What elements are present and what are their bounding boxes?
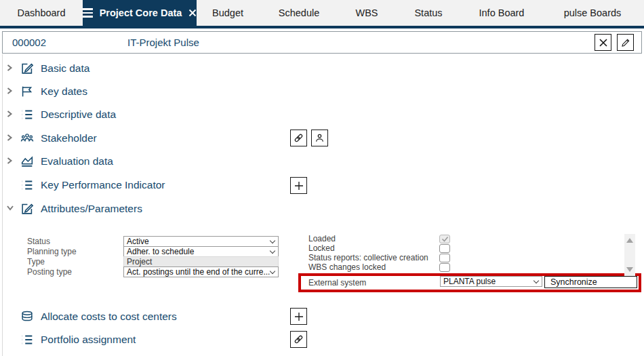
loaded-checkbox xyxy=(439,235,450,243)
project-id: 000002 xyxy=(12,32,46,53)
list-icon xyxy=(20,107,35,122)
chevron-down-icon xyxy=(270,238,275,243)
tab-label: Schedule xyxy=(279,7,319,18)
chevron-right-icon[interactable] xyxy=(5,63,14,73)
close-icon[interactable] xyxy=(188,9,197,17)
list-icon xyxy=(20,178,35,193)
tab-info-board[interactable]: Info Board xyxy=(462,0,541,26)
add-cost-center-button[interactable] xyxy=(290,308,307,325)
checkbox-label-loaded: Loaded xyxy=(308,234,336,243)
chevron-down-icon xyxy=(270,269,275,274)
status-select[interactable]: Active xyxy=(123,236,279,247)
section-key-dates[interactable]: Key dates xyxy=(0,83,291,100)
add-stakeholder-person-button[interactable] xyxy=(311,130,328,146)
planta-project-window: Dashboard Project Core Data Budget Sched… xyxy=(0,0,644,356)
active-tab-underline xyxy=(0,26,644,28)
section-allocate-costs[interactable]: Allocate costs to cost centers xyxy=(0,309,291,325)
tab-label: Budget xyxy=(212,7,243,18)
field-label-posting-type: Posting type xyxy=(27,267,72,277)
posting-type-select[interactable]: Act. postings until the end of the curre… xyxy=(123,266,279,277)
field-label-external-system: External system xyxy=(308,278,366,288)
tab-wbs[interactable]: WBS xyxy=(339,0,395,26)
tab-schedule[interactable]: Schedule xyxy=(259,0,339,26)
edit-project-button[interactable] xyxy=(617,34,634,51)
project-header-bar: 000002 IT-Projekt Pulse xyxy=(2,31,642,54)
type-readonly-field: Project xyxy=(123,256,279,267)
tab-label: pulse Boards xyxy=(564,7,622,18)
scroll-down-icon[interactable] xyxy=(626,267,633,272)
link-portfolio-button[interactable] xyxy=(290,331,307,348)
checkbox-label-locked: Locked xyxy=(308,243,335,253)
status-value: Active xyxy=(127,237,149,246)
planning-type-value: Adher. to schedule xyxy=(127,247,194,256)
hamburger-icon[interactable] xyxy=(83,8,93,18)
person-icon xyxy=(314,132,325,144)
section-attributes-parameters[interactable]: Attributes/Parameters xyxy=(0,201,291,217)
section-label: Key dates xyxy=(41,83,87,100)
section-label: Evaluation data xyxy=(41,153,113,170)
section-key-performance-indicator[interactable]: Key Performance Indicator xyxy=(0,177,291,193)
posting-type-value: Act. postings until the end of the curre… xyxy=(127,267,270,277)
chevron-right-icon[interactable] xyxy=(5,156,14,165)
people-icon xyxy=(20,131,35,146)
form-scrollbar[interactable] xyxy=(624,234,635,276)
link-stakeholder-button[interactable] xyxy=(290,130,307,146)
tab-pulse-boards[interactable]: pulse Boards xyxy=(541,0,644,26)
chevron-right-icon[interactable] xyxy=(5,133,14,142)
external-system-value: PLANTA pulse xyxy=(443,277,496,286)
section-label: Stakeholder xyxy=(41,130,97,146)
chevron-down-icon xyxy=(270,248,275,254)
locked-checkbox[interactable] xyxy=(439,244,450,253)
status-reports-checkbox[interactable] xyxy=(439,254,450,262)
section-label: Descriptive data xyxy=(41,106,116,123)
checkbox-label-status-reports: Status reports: collective creation xyxy=(308,253,428,262)
pencil-icon xyxy=(620,37,631,48)
flag-icon xyxy=(20,84,35,99)
chevron-down-icon[interactable] xyxy=(5,203,15,212)
plus-icon xyxy=(293,180,305,192)
link-icon xyxy=(293,132,304,144)
field-label-type: Type xyxy=(27,257,45,266)
plus-icon xyxy=(293,311,305,323)
section-label: Key Performance Indicator xyxy=(41,177,165,193)
synchronize-button[interactable]: Synchronize xyxy=(544,276,637,288)
wbs-changes-locked-checkbox[interactable] xyxy=(439,263,450,272)
planning-type-select[interactable]: Adher. to schedule xyxy=(123,246,279,257)
tab-dashboard[interactable]: Dashboard xyxy=(0,0,83,26)
tab-label: Project Core Data xyxy=(100,7,182,18)
field-label-planning-type: Planning type xyxy=(27,247,77,256)
tab-label: Status xyxy=(414,7,442,18)
tab-project-core-data[interactable]: Project Core Data xyxy=(83,0,197,26)
section-descriptive-data[interactable]: Descriptive data xyxy=(0,106,291,123)
list-icon xyxy=(20,332,35,347)
edit-icon xyxy=(20,61,35,76)
edit-icon xyxy=(20,201,35,216)
field-label-status: Status xyxy=(27,237,50,246)
chevron-right-icon[interactable] xyxy=(5,86,14,96)
close-icon xyxy=(598,37,609,48)
external-system-select[interactable]: PLANTA pulse xyxy=(440,276,542,287)
chart-icon xyxy=(20,154,35,169)
tab-budget[interactable]: Budget xyxy=(197,0,259,26)
section-stakeholder[interactable]: Stakeholder xyxy=(0,130,291,146)
add-kpi-button[interactable] xyxy=(290,177,307,194)
section-portfolio-assignment[interactable]: Portfolio assignment xyxy=(0,332,291,348)
tab-label: Dashboard xyxy=(18,7,66,18)
link-icon xyxy=(293,334,304,345)
tab-status[interactable]: Status xyxy=(395,0,462,26)
tab-label: WBS xyxy=(355,7,378,18)
chevron-down-icon xyxy=(534,278,539,283)
check-icon xyxy=(441,236,449,242)
section-basic-data[interactable]: Basic data xyxy=(0,60,291,77)
section-evaluation-data[interactable]: Evaluation data xyxy=(0,153,291,170)
section-label: Portfolio assignment xyxy=(41,332,136,348)
section-label: Basic data xyxy=(41,60,89,77)
tab-bar: Dashboard Project Core Data Budget Sched… xyxy=(0,0,644,26)
close-project-button[interactable] xyxy=(595,34,611,51)
chevron-right-icon[interactable] xyxy=(5,109,14,119)
tab-label: Info Board xyxy=(479,7,525,18)
project-name: IT-Projekt Pulse xyxy=(127,32,199,53)
database-icon xyxy=(20,309,35,324)
section-label: Allocate costs to cost centers xyxy=(41,309,177,325)
scroll-up-icon[interactable] xyxy=(626,238,633,243)
